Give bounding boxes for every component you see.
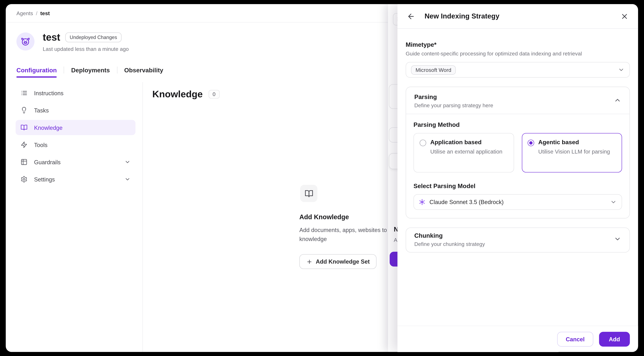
chevron-up-icon[interactable] [614, 96, 621, 104]
option-description: Utilise an external application [430, 147, 502, 156]
tab-separator [64, 66, 64, 73]
plus-icon [306, 258, 312, 265]
drawer-header: New Indexing Strategy [398, 4, 638, 29]
sidebar-item-settings[interactable]: Settings [16, 172, 136, 187]
config-sidebar: Instructions Tasks Knowledge Tools [16, 86, 136, 189]
back-button[interactable] [406, 12, 416, 21]
sidebar-divider [142, 82, 143, 352]
knowledge-count-badge: 0 [208, 90, 220, 98]
sidebar-item-label: Tasks [34, 107, 49, 114]
parsing-method-application-based[interactable]: Application based Utilise an external ap… [414, 133, 514, 172]
parsing-method-agentic-based[interactable]: Agentic based Utilise Vision LLM for par… [522, 133, 622, 172]
app-window: Agents / test test Undeployed Changes [6, 4, 638, 352]
sidebar-item-tools[interactable]: Tools [16, 137, 136, 152]
drawer-title: New Indexing Strategy [424, 12, 499, 20]
option-label: Agentic based [538, 138, 610, 145]
option-label: Application based [430, 139, 502, 146]
sidebar-item-label: Tools [34, 142, 48, 148]
cancel-button[interactable]: Cancel [557, 332, 593, 346]
chunking-title: Chunking [414, 232, 485, 239]
arrow-left-icon [407, 12, 415, 20]
breadcrumb-current: test [40, 10, 50, 16]
close-button[interactable] [620, 12, 629, 21]
tab-observability[interactable]: Observability [124, 66, 163, 73]
bolt-icon [20, 141, 28, 148]
agent-name: test [43, 32, 60, 43]
sidebar-item-tasks[interactable]: Tasks [16, 103, 136, 118]
knowledge-page-header: Knowledge 0 [152, 89, 220, 100]
agent-header: test Undeployed Changes Last updated les… [16, 32, 129, 52]
option-description: Utilise Vision LLM for parsing [538, 147, 610, 156]
tab-configuration[interactable]: Configuration [16, 66, 57, 73]
chunking-section[interactable]: Chunking Define your chunking strategy [406, 228, 630, 252]
sidebar-item-label: Guardrails [34, 159, 61, 165]
screen: Agents / test test Undeployed Changes [0, 0, 644, 356]
tab-deployments[interactable]: Deployments [71, 66, 110, 73]
lightbulb-icon [20, 107, 28, 114]
chevron-down-icon[interactable] [614, 235, 621, 243]
sidebar-item-instructions[interactable]: Instructions [16, 86, 136, 100]
page-title: Knowledge [152, 89, 203, 100]
chevron-down-icon [618, 66, 624, 73]
add-knowledge-set-button[interactable]: Add Knowledge Set [299, 254, 377, 269]
radio-selected-icon[interactable] [528, 140, 534, 146]
book-icon [300, 185, 318, 202]
partial-section-description: A [394, 237, 397, 243]
sidebar-item-knowledge[interactable]: Knowledge [16, 120, 136, 135]
parsing-section: Parsing Define your parsing strategy her… [406, 87, 630, 218]
model-sparkle-icon [419, 199, 426, 205]
grid-icon [20, 158, 28, 166]
chevron-down-icon [124, 159, 130, 165]
chevron-down-icon [124, 176, 130, 182]
radio-unselected-icon[interactable] [420, 140, 426, 146]
chevron-down-icon [610, 199, 617, 205]
select-parsing-model-label: Select Parsing Model [414, 182, 622, 189]
list-icon [20, 90, 28, 96]
tab-separator [117, 66, 117, 73]
sidebar-item-label: Settings [34, 176, 55, 182]
sidebar-item-label: Knowledge [34, 124, 62, 131]
agent-avatar [16, 32, 34, 50]
parsing-title: Parsing [414, 93, 493, 100]
parsing-subtitle: Define your parsing strategy here [414, 102, 493, 108]
sidebar-item-label: Instructions [34, 90, 64, 96]
pig-icon [20, 36, 31, 47]
book-icon [20, 124, 28, 131]
close-icon [620, 12, 629, 20]
mimetype-description: Guide content-specific processing for op… [406, 50, 630, 57]
parsing-model-select[interactable]: Claude Sonnet 3.5 (Bedrock) [414, 194, 622, 210]
sidebar-item-guardrails[interactable]: Guardrails [16, 154, 136, 170]
gear-icon [20, 176, 28, 183]
last-updated-text: Last updated less than a minute ago [43, 46, 129, 52]
new-indexing-strategy-drawer: New Indexing Strategy Mimetype* Guide co… [398, 4, 638, 352]
chunking-subtitle: Define your chunking strategy [414, 241, 485, 247]
mimetype-select[interactable]: Microsoft Word [406, 62, 630, 78]
add-button[interactable]: Add [599, 332, 630, 346]
drawer-footer: Cancel Add [398, 326, 638, 352]
parsing-model-value: Claude Sonnet 3.5 (Bedrock) [430, 199, 504, 205]
parsing-accordion-header[interactable]: Parsing Define your parsing strategy her… [406, 87, 629, 114]
tab-bar: Configuration Deployments Observability [16, 65, 163, 75]
breadcrumb-separator: / [36, 10, 37, 16]
parsing-method-label: Parsing Method [414, 121, 622, 128]
breadcrumb-agents[interactable]: Agents [16, 10, 33, 16]
mimetype-chip: Microsoft Word [411, 65, 456, 74]
undeployed-changes-badge: Undeployed Changes [65, 32, 122, 42]
mimetype-label: Mimetype* [406, 41, 630, 48]
